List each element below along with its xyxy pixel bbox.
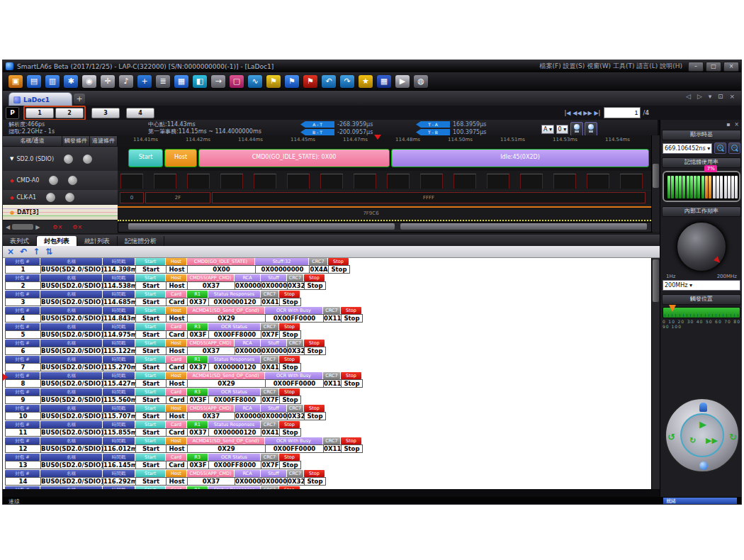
- pin-icon[interactable]: ▪: [726, 121, 730, 128]
- save-icon[interactable]: ▤: [27, 75, 41, 88]
- trigger-bomb-icon[interactable]: ◍: [414, 75, 428, 88]
- menu-bar[interactable]: 檔案(F) 設置(S) 視窗(W) 工具(T) 語言(L) 說明(H): [539, 62, 682, 71]
- filter-gear-icon[interactable]: [83, 155, 92, 164]
- page-p-button[interactable]: P: [6, 107, 19, 119]
- bottom-tab-item[interactable]: 統計列表: [77, 236, 118, 246]
- packet-data-row[interactable]: 1BUS0(SD2.0/SDIO)114.398msStartHost0X000…: [5, 265, 350, 274]
- export-list-icon[interactable]: ×: [7, 247, 14, 257]
- play-icon[interactable]: ▶: [699, 419, 706, 430]
- save-settings-icon[interactable]: ✱: [64, 75, 78, 88]
- decode-waveform-row[interactable]: StartHostCMD0(GO_IDLE_STATE): 0X00Idle:4…: [118, 147, 651, 171]
- packet-data-row[interactable]: 10BUS0(SD2.0/SDIO)115.707msStartHost0X37…: [5, 412, 326, 420]
- sidebar-close-icon[interactable]: ×: [734, 121, 739, 128]
- hscroll-thumb-1[interactable]: [128, 223, 395, 230]
- navigation-pad[interactable]: ↺ ↻ ▶ ↻ ▶▶: [665, 398, 740, 473]
- scroll-right-icon[interactable]: ▶: [35, 224, 40, 230]
- channel-row-sd2-0-sdio-[interactable]: ▼SD2.0 (SDIO): [3, 147, 118, 172]
- film-replay-icon[interactable]: ▶: [395, 75, 410, 88]
- bottom-tab-item[interactable]: 記憶體分析: [118, 236, 164, 246]
- cursor-badge[interactable]: T - B: [416, 129, 450, 135]
- frequency-knob[interactable]: [676, 221, 727, 272]
- packet-data-row[interactable]: 3BUS0(SD2.0/SDIO)114.685msStartCard0X370…: [5, 298, 301, 306]
- grid-view-icon[interactable]: ▦: [377, 75, 391, 88]
- hand-tool-icon[interactable]: [699, 403, 707, 412]
- channel-scroll-thumb[interactable]: [12, 224, 33, 230]
- cursor-badge[interactable]: A - T: [300, 121, 334, 128]
- bulb-b-button[interactable]: [585, 122, 597, 136]
- packet-data-row[interactable]: 11BUS0(SD2.0/SDIO)115.855msStartCard0X37…: [5, 428, 301, 437]
- page-number-input[interactable]: [604, 107, 641, 118]
- filter-off-icon[interactable]: ⚙×: [52, 224, 62, 230]
- connector-icon[interactable]: ∿: [248, 75, 262, 88]
- packet-data-row[interactable]: 14BUS0(SD2.0/SDIO)116.292msStartHost0X37…: [5, 477, 326, 486]
- nav-down-icon[interactable]: [699, 461, 708, 470]
- packet-data-row[interactable]: 13BUS0(SD2.0/SDIO)116.145msStartCard0X3F…: [5, 461, 301, 469]
- channel-row-dat-3-[interactable]: ●DAT[3]: [3, 205, 118, 220]
- undo-icon[interactable]: ↶: [322, 75, 336, 88]
- timebase-select[interactable]: 669.106452ns ▾: [663, 143, 712, 154]
- frequency-select[interactable]: 200MHz ▾: [663, 280, 740, 291]
- zoom-out-icon[interactable]: −: [728, 142, 740, 154]
- trigger-gear-icon[interactable]: [64, 155, 73, 164]
- table-vscroll-thumb[interactable]: [653, 259, 659, 302]
- clock-waveform-row[interactable]: [118, 171, 651, 191]
- bulb-a-button[interactable]: [570, 122, 583, 136]
- redo-icon[interactable]: ↷: [340, 75, 354, 88]
- packet-data-row[interactable]: 4BUS0(SD2.0/SDIO)114.843msStartHost0X290…: [5, 314, 363, 323]
- minimize-button[interactable]: –: [688, 62, 704, 72]
- favorites-star-icon[interactable]: ★: [359, 75, 373, 88]
- packet-data-row[interactable]: 5BUS0(SD2.0/SDIO)114.975msStartCard0X3F0…: [5, 330, 301, 339]
- trigger-gear-icon[interactable]: [49, 176, 58, 185]
- channel-row-clk-a1[interactable]: ◆CLK-A1: [3, 190, 118, 206]
- decode-cards-icon[interactable]: ▢: [230, 75, 244, 88]
- decode-segment[interactable]: Start: [128, 149, 163, 167]
- trigger-gear-icon[interactable]: [46, 193, 55, 202]
- page-nav-arrows[interactable]: |◀ ◀◀ ▶▶ ▶|: [564, 110, 600, 116]
- refresh-list-icon[interactable]: ↶: [20, 247, 27, 257]
- trigger-position-marker[interactable]: [669, 305, 676, 312]
- maximize-button[interactable]: □: [706, 62, 721, 72]
- tab-ladoc1[interactable]: LaDoc1: [9, 92, 72, 107]
- open-file-icon[interactable]: ▣: [9, 75, 23, 88]
- trigger-position-slider[interactable]: [663, 307, 740, 318]
- page-button-1[interactable]: 1: [26, 108, 54, 118]
- packet-data-row[interactable]: 9BUS0(SD2.0/SDIO)115.560msStartCard0X3F0…: [5, 396, 301, 404]
- waveform-hscrollbar[interactable]: [118, 222, 653, 233]
- export-signal-icon[interactable]: →: [211, 75, 225, 88]
- close-button[interactable]: ×: [723, 62, 739, 72]
- rotate-right-icon[interactable]: ↻: [729, 432, 737, 442]
- screenshot-camera-icon[interactable]: ◉: [82, 75, 96, 88]
- window-layout-icon[interactable]: ◧: [193, 75, 207, 88]
- rotate-left-icon[interactable]: ↺: [667, 432, 675, 442]
- cursor-b-select[interactable]: 0 ▾: [556, 125, 569, 134]
- cmd-bus-row[interactable]: 02FFFFF: [118, 190, 651, 206]
- upload-list-icon[interactable]: ↑: [33, 247, 40, 257]
- time-ruler[interactable]: 114.41ms114.42ms114.44ms114.45ms114.47ms…: [118, 135, 651, 147]
- packet-data-row[interactable]: 2BUS0(SD2.0/SDIO)114.538msStartHost0X370…: [5, 281, 326, 290]
- save-as-icon[interactable]: ▥: [45, 75, 60, 88]
- filter-gear-icon[interactable]: [68, 176, 77, 185]
- fast-forward-icon[interactable]: ▶▶: [706, 436, 718, 445]
- bottom-tab-item[interactable]: 表列式: [3, 236, 37, 246]
- packet-data-row[interactable]: 8BUS0(SD2.0/SDIO)115.427msStartHost0X290…: [5, 379, 363, 388]
- decode-segment[interactable]: Idle:45(0X2D): [391, 149, 649, 167]
- hscroll-thumb-2[interactable]: [400, 223, 647, 230]
- trigger-off-icon[interactable]: ⚙×: [72, 224, 82, 230]
- filter-gear-icon[interactable]: [65, 193, 74, 202]
- scroll-left-icon[interactable]: ◀: [6, 224, 10, 230]
- cursor-badge[interactable]: T - A: [416, 121, 450, 128]
- bottom-tab-active[interactable]: 封包列表: [37, 236, 77, 246]
- packet-data-row[interactable]: 7BUS0(SD2.0/SDIO)115.270msStartCard0X370…: [5, 363, 301, 371]
- cursor-badge[interactable]: B - T: [300, 129, 334, 135]
- flag-red-icon[interactable]: ⚑: [303, 75, 317, 88]
- decode-segment[interactable]: CMD0(GO_IDLE_STATE): 0X00: [198, 149, 390, 167]
- channel-row-cmd-a0[interactable]: ◆CMD-A0: [3, 171, 118, 191]
- flag-yellow-icon[interactable]: ⚑: [266, 75, 281, 88]
- packet-data-row[interactable]: 6BUS0(SD2.0/SDIO)115.122msStartHost0X370…: [5, 347, 326, 355]
- dat-waveform-row[interactable]: 7F9C6: [118, 205, 651, 221]
- page-button-3[interactable]: 3: [91, 108, 120, 118]
- packet-data-row[interactable]: 12BUS0(SD2.0/SDIO)116.012msStartHost0X29…: [5, 444, 363, 453]
- bus-panel-icon[interactable]: ▦: [174, 75, 188, 88]
- add-device-icon[interactable]: +: [137, 75, 152, 88]
- add-tab-button[interactable]: +: [74, 94, 85, 104]
